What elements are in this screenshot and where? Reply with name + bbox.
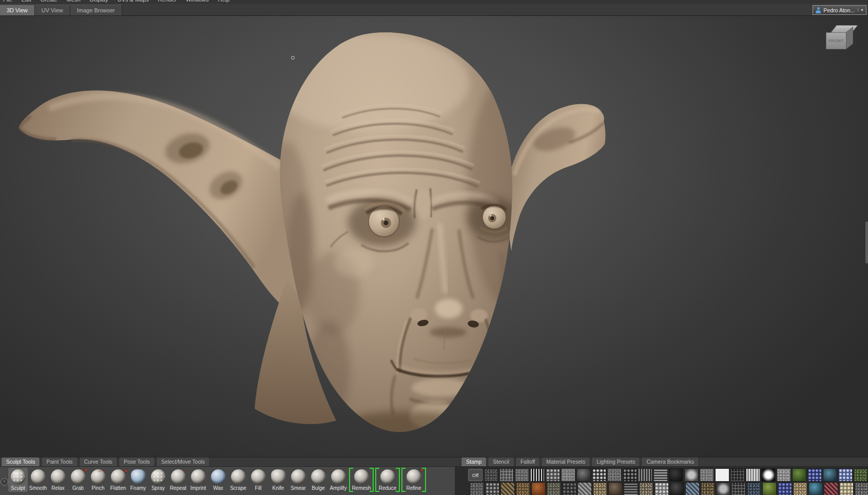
tool-button[interactable]: ↗ Grab: [68, 468, 88, 492]
tray-collapse-arrow-icon[interactable]: ‹: [1, 478, 8, 486]
stamp-thumbnail[interactable]: [608, 482, 623, 495]
stamp-thumbnail[interactable]: [701, 482, 715, 495]
stamp-thumbnail[interactable]: [576, 468, 591, 482]
tool-button[interactable]: Knife: [268, 468, 288, 492]
stamp-thumbnail[interactable]: [561, 468, 575, 482]
stamp-thumbnail[interactable]: [593, 482, 607, 495]
stamp-thumbnail[interactable]: [730, 468, 745, 482]
stamp-thumbnail[interactable]: [592, 468, 606, 482]
view-tab[interactable]: Image Browser: [70, 5, 122, 15]
stamp-off-button[interactable]: Off: [468, 469, 483, 481]
user-dropdown-icon[interactable]: ▼: [858, 8, 864, 12]
tool-button[interactable]: Sculpt: [8, 468, 28, 492]
stamp-thumbnail[interactable]: [499, 468, 514, 482]
view-tab[interactable]: 3D View: [0, 5, 35, 15]
tool-button[interactable]: → Repeat: [168, 468, 188, 492]
stamp-thumbnail[interactable]: [700, 468, 714, 482]
stamp-thumbnail[interactable]: [623, 468, 637, 482]
stamp-thumbnail[interactable]: [792, 468, 806, 482]
tool-button[interactable]: ↑ Bulge: [308, 468, 328, 492]
preset-tab[interactable]: Stamp: [461, 457, 487, 466]
viewport-3d[interactable]: FRONT: [0, 16, 868, 457]
stamp-thumbnail[interactable]: [715, 468, 729, 482]
viewport-scrollbar[interactable]: [865, 221, 868, 263]
stamp-thumbnail[interactable]: [777, 468, 791, 482]
stamp-thumbnail[interactable]: [854, 468, 868, 482]
stamp-thumbnail[interactable]: [638, 468, 652, 482]
stamp-thumbnail[interactable]: [746, 468, 760, 482]
menu-item[interactable]: Display: [90, 0, 108, 3]
stamp-thumbnail[interactable]: [654, 482, 669, 495]
stamp-thumbnail[interactable]: [824, 482, 838, 495]
stamp-thumbnail[interactable]: [653, 468, 668, 482]
stamp-thumbnail[interactable]: [530, 468, 545, 482]
tool-button[interactable]: Scrape: [228, 468, 248, 492]
tool-tab[interactable]: Paint Tools: [41, 457, 78, 466]
tool-button[interactable]: Foamy: [128, 468, 148, 492]
tool-button[interactable]: Fill: [248, 468, 268, 492]
view-cube-front-face[interactable]: FRONT: [826, 32, 846, 49]
tool-button[interactable]: Spray: [148, 468, 168, 492]
stamp-thumbnail[interactable]: [761, 468, 776, 482]
menu-item[interactable]: Create: [41, 0, 57, 3]
stamp-thumbnail[interactable]: [607, 468, 622, 482]
stamp-thumbnail[interactable]: [716, 482, 730, 495]
stamp-thumbnail[interactable]: [577, 482, 592, 495]
menu-item[interactable]: Help: [218, 0, 230, 3]
stamp-thumbnail[interactable]: [670, 482, 684, 495]
stamp-thumbnail[interactable]: [855, 482, 868, 495]
stamp-thumbnail[interactable]: [546, 468, 560, 482]
goblin-head-sculpt-canvas[interactable]: [0, 16, 647, 457]
preset-tab[interactable]: Lighting Presets: [591, 457, 640, 466]
tool-button[interactable]: Imprint: [188, 468, 208, 492]
stamp-thumbnail[interactable]: [547, 482, 561, 495]
stamp-thumbnail[interactable]: [484, 468, 498, 482]
tool-button[interactable]: Smear: [288, 468, 308, 492]
tool-button[interactable]: Smooth: [28, 468, 48, 492]
stamp-thumbnail[interactable]: [669, 468, 683, 482]
preset-tab[interactable]: Falloff: [515, 457, 540, 466]
stamp-thumbnail[interactable]: [531, 482, 546, 495]
menu-item[interactable]: UVs & Maps: [118, 0, 149, 3]
tool-button[interactable]: Wax: [208, 468, 228, 492]
menu-item[interactable]: Mesh: [67, 0, 81, 3]
stamp-thumbnail[interactable]: [516, 482, 530, 495]
stamp-thumbnail[interactable]: [485, 482, 499, 495]
stamp-thumbnail[interactable]: [839, 482, 854, 495]
tool-button[interactable]: Remesh: [352, 468, 371, 492]
stamp-thumbnail[interactable]: [624, 482, 638, 495]
stamp-thumbnail[interactable]: [808, 482, 823, 495]
stamp-thumbnail[interactable]: [823, 468, 837, 482]
tool-tab[interactable]: Sculpt Tools: [1, 457, 40, 466]
user-account-badge[interactable]: Pedro Aton... ▼: [813, 5, 866, 15]
stamp-thumbnail[interactable]: [562, 482, 576, 495]
tool-tab[interactable]: Select/Move Tools: [156, 457, 210, 466]
tool-button[interactable]: ↑ Amplify: [329, 468, 348, 492]
tool-button[interactable]: Relax: [48, 468, 68, 492]
menu-item[interactable]: Windows: [186, 0, 209, 3]
tool-button[interactable]: + Refine: [404, 468, 423, 492]
stamp-thumbnail[interactable]: [684, 468, 699, 482]
stamp-thumbnail[interactable]: [731, 482, 746, 495]
stamp-thumbnail[interactable]: [778, 482, 792, 495]
view-cube[interactable]: FRONT: [825, 25, 855, 51]
stamp-thumbnail[interactable]: [500, 482, 515, 495]
preset-tab[interactable]: Camera Bookmarks: [641, 457, 699, 466]
stamp-thumbnail[interactable]: [685, 482, 700, 495]
stamp-thumbnail[interactable]: [470, 482, 484, 495]
menu-item[interactable]: Render: [158, 0, 177, 3]
view-tab[interactable]: UV View: [35, 5, 70, 15]
menu-item[interactable]: Edit: [22, 0, 31, 3]
stamp-thumbnail[interactable]: [838, 468, 853, 482]
preset-tab[interactable]: Stencil: [488, 457, 514, 466]
tool-tab[interactable]: Pose Tools: [119, 457, 155, 466]
menu-item[interactable]: File: [3, 0, 12, 3]
preset-tab[interactable]: Material Presets: [541, 457, 590, 466]
stamp-thumbnail[interactable]: [639, 482, 653, 495]
stamp-thumbnail[interactable]: [515, 468, 529, 482]
tool-button[interactable]: →← Pinch: [88, 468, 108, 492]
stamp-thumbnail[interactable]: [762, 482, 777, 495]
tool-button[interactable]: ↓ Reduce: [378, 468, 397, 492]
stamp-thumbnail[interactable]: [747, 482, 761, 495]
stamp-thumbnail[interactable]: [793, 482, 807, 495]
